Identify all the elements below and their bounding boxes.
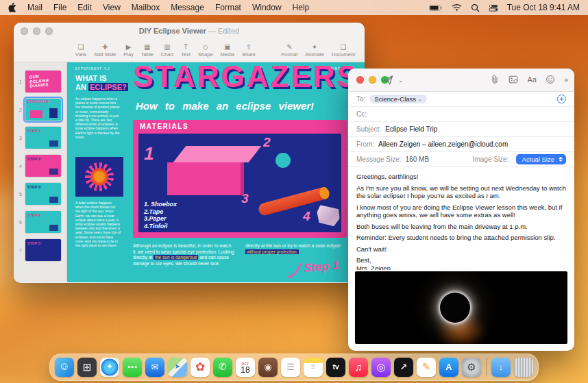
control-center-icon[interactable] — [489, 4, 498, 12]
materials-illustration: 1 2 3 4 1. Shoebox2.Tape3.Paper4.Tinfoil — [138, 134, 341, 232]
search-icon[interactable] — [471, 3, 480, 12]
slide-navigator[interactable]: 1 OUR ECLIPSE DIARIES 2 STARGAZER 3 STE — [14, 62, 67, 282]
insert-photo-button[interactable] — [509, 75, 518, 84]
dock-item[interactable]: tv — [326, 358, 345, 377]
menu-item[interactable]: Edit — [77, 3, 92, 12]
mail-toolbar[interactable]: ⌄ Aa » — [348, 69, 574, 92]
menubar-clock[interactable]: Tue Oct 18 9:41 AM — [507, 3, 580, 12]
attach-file-button[interactable] — [490, 75, 500, 84]
toolbar-button[interactable]: ▶ Play — [123, 43, 134, 58]
materials-panel: MATERIALS 1 2 3 4 1. Shoebox2.Tape3.Pape… — [133, 120, 347, 238]
experiment-tag-left: EXPERIMENT 4.0 — [75, 67, 110, 71]
toolbar-button[interactable]: ❏ View — [75, 43, 86, 58]
toolbar-button[interactable]: ❑ Document — [332, 43, 355, 58]
wifi-icon[interactable] — [452, 4, 462, 12]
send-options-chevron-icon[interactable]: ⌄ — [398, 77, 404, 84]
slide-thumbnail[interactable]: 6 STEP 4: — [16, 211, 62, 233]
dock-item[interactable]: ✎ — [417, 358, 436, 377]
dock-item[interactable]: ≡ — [304, 358, 323, 377]
slide-thumbnail[interactable]: 7 STEP 5: — [16, 239, 62, 261]
menu-item[interactable]: Window — [252, 3, 282, 12]
edited-badge: — Edited — [206, 27, 239, 35]
minimize-button[interactable] — [33, 27, 40, 35]
thumbnail-preview[interactable]: STEP 1: — [25, 127, 61, 149]
slide-thumbnail[interactable]: 5 STEP 3: — [16, 183, 62, 205]
dock-item[interactable]: ➤ — [168, 358, 187, 377]
menu-bar-menus: MailFileEditViewMailboxMessageFormatWind… — [27, 3, 309, 12]
toolbar-button[interactable]: ▣ Media — [221, 43, 234, 58]
dock-item[interactable]: ♫ — [349, 358, 368, 377]
menu-item[interactable]: File — [53, 3, 66, 12]
message-paragraph: Both buses will be leaving from the main… — [356, 223, 566, 231]
dock-item[interactable]: ☺ — [55, 358, 74, 377]
battery-icon[interactable] — [429, 4, 443, 12]
dock-item[interactable]: OCT 18 — [236, 358, 255, 377]
toolbar-button[interactable]: ✚ Add Slide — [94, 43, 116, 58]
message-paragraph: As I'm sure you all know, we will be set… — [356, 184, 566, 200]
dock-item[interactable]: A — [439, 358, 458, 377]
thumbnail-preview[interactable]: STARGAZER — [25, 99, 61, 121]
toolbar-main-group: ❏ View ✚ Add Slide ▶ Play ▦ Table — [75, 43, 256, 58]
minimize-button[interactable] — [369, 76, 376, 84]
toolbar-button[interactable]: ✎ Format — [282, 43, 298, 58]
slide-canvas[interactable]: EXPERIMENT 4.0 EXPERIMENT #11 WHAT IS AN… — [67, 62, 365, 282]
toolbar-button[interactable]: ▦ Table — [141, 43, 154, 58]
message-body[interactable]: Greetings, earthlings!As I'm sure you al… — [348, 167, 574, 270]
slide-thumbnail[interactable]: 3 STEP 1: — [16, 127, 62, 149]
menu-item[interactable]: Format — [215, 3, 241, 12]
materials-list-item: 4.Tinfoil — [144, 223, 177, 230]
emoji-button[interactable] — [546, 75, 555, 84]
send-button[interactable] — [382, 75, 393, 86]
dock-item[interactable]: ↓ — [491, 358, 511, 377]
format-text-button[interactable]: Aa — [527, 75, 536, 84]
slide-thumbnail[interactable]: 4 STEP 2: — [16, 155, 62, 177]
toolbar-overflow-chevron-icon[interactable]: » — [564, 75, 567, 84]
keynote-title-bar[interactable]: DIY Eclipse Viewer — Edited — [14, 23, 365, 39]
dock-item[interactable]: ✉ — [145, 358, 164, 377]
thumbnail-preview[interactable]: STEP 2: — [25, 155, 61, 177]
thumbnail-preview[interactable]: STEP 5: — [25, 239, 61, 261]
window-traffic-lights[interactable] — [21, 27, 53, 35]
menu-item[interactable]: Mail — [27, 3, 42, 12]
close-button[interactable] — [356, 76, 364, 84]
dock-item[interactable]: ✆ — [213, 358, 232, 377]
toolbar-button[interactable]: ▥ Chart — [161, 43, 173, 58]
image-size-popup-button[interactable]: Actual Size — [516, 154, 566, 164]
dock-item[interactable]: ⚙ — [462, 358, 481, 377]
menu-item[interactable]: View — [103, 3, 121, 12]
menu-item[interactable]: Help — [293, 3, 310, 12]
cc-field[interactable]: Cc: — [348, 107, 574, 122]
slide-thumbnail[interactable]: 2 STARGAZER — [16, 99, 62, 121]
toolbar-button[interactable]: ✦ Animate — [305, 43, 324, 58]
recipient-token[interactable]: Science-Class ⌄ — [369, 95, 427, 103]
dock-item[interactable]: ☰ — [281, 358, 300, 377]
menu-item[interactable]: Mailbox — [132, 3, 160, 12]
from-value: Aileen Zeigen – aileen.zeigen@icloud.com — [378, 140, 508, 148]
materials-list-item: 3.Paper — [144, 215, 177, 223]
dock-item[interactable]: ✦ — [100, 358, 119, 377]
thumbnail-preview[interactable]: STEP 3: — [25, 183, 61, 205]
apple-menu-icon[interactable] — [8, 3, 16, 12]
attached-eclipse-photo[interactable] — [355, 271, 567, 344]
slide-thumbnail[interactable]: 1 OUR ECLIPSE DIARIES — [16, 71, 62, 92]
close-button[interactable] — [21, 27, 28, 35]
thumbnail-preview[interactable]: STEP 4: — [25, 211, 61, 233]
dock-item[interactable]: ✿ — [191, 358, 210, 377]
menu-item[interactable]: Message — [171, 3, 204, 12]
toolbar-button[interactable]: T Text — [181, 43, 191, 58]
toolbar-button[interactable]: ◇ Shape — [198, 43, 213, 58]
dock-item[interactable]: ⊞ — [77, 358, 97, 377]
toolbar-button[interactable]: ⇧ Share — [242, 43, 256, 58]
from-field[interactable]: From: Aileen Zeigen – aileen.zeigen@iclo… — [348, 137, 574, 152]
dock-item[interactable]: ◎ — [371, 358, 391, 377]
dock-item[interactable]: ↗ — [394, 358, 413, 377]
zoom-button[interactable] — [45, 27, 53, 35]
add-recipient-button[interactable]: + — [557, 95, 566, 103]
dock-item[interactable]: ◉ — [258, 358, 278, 377]
to-field[interactable]: To: Science-Class ⌄ + — [348, 92, 574, 107]
message-paragraph: Can't wait! — [356, 245, 566, 254]
thumbnail-preview[interactable]: OUR ECLIPSE DIARIES — [25, 71, 61, 92]
subject-field[interactable]: Subject: Eclipse Field Trip — [348, 122, 574, 137]
dock-item[interactable]: ⋯ — [123, 358, 142, 377]
dock-item[interactable] — [514, 358, 533, 377]
